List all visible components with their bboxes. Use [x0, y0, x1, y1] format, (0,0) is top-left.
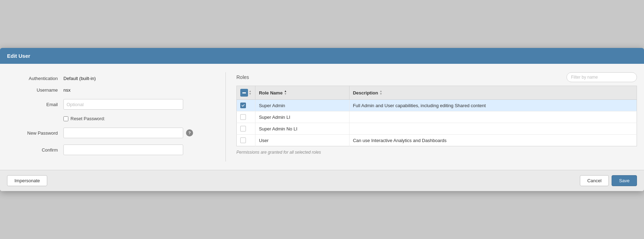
authentication-label: Authentication [7, 76, 63, 81]
description-header[interactable]: Description ▲ ▼ [349, 86, 637, 100]
description-cell [349, 111, 637, 123]
role-name-cell: Super Admin No LI [255, 123, 349, 135]
email-input[interactable] [63, 99, 183, 110]
new-password-label: New Password [7, 130, 63, 136]
reset-password-row: Reset Password: [7, 116, 204, 121]
description-sort-icon: ▲ ▼ [379, 90, 382, 96]
role-name-header-label: Role Name [259, 90, 283, 96]
username-label: Username [7, 87, 63, 93]
authentication-row: Authentication Default (built-in) [7, 76, 204, 81]
footer-right: Cancel Save [580, 175, 637, 186]
role-name-cell: User [255, 135, 349, 146]
role-name-header[interactable]: Role Name ▲ ▼ [255, 86, 349, 100]
reset-password-checkbox[interactable] [63, 116, 68, 121]
confirm-row: Confirm [7, 145, 204, 155]
modal-body: Authentication Default (built-in) Userna… [0, 64, 644, 170]
description-header-label: Description [353, 90, 378, 96]
help-icon[interactable]: ? [186, 129, 193, 136]
row-checkbox-checked[interactable] [240, 103, 246, 108]
select-sort-icon: ▲ ▼ [249, 90, 252, 96]
role-name-sort-icon: ▲ ▼ [284, 90, 287, 96]
email-label: Email [7, 102, 63, 107]
username-row: Username nsx [7, 87, 204, 93]
row-checkbox-cell[interactable] [237, 135, 255, 146]
cancel-button[interactable]: Cancel [580, 175, 609, 186]
save-button[interactable]: Save [612, 175, 637, 186]
table-row: Super AdminFull Admin and User capabilit… [237, 100, 637, 111]
select-all-button[interactable] [240, 89, 248, 97]
table-row: UserCan use Interactive Analytics and Da… [237, 135, 637, 146]
modal-title: Edit User [7, 53, 30, 59]
impersonate-button[interactable]: Impersonate [7, 175, 47, 186]
permissions-note: Permissions are granted for all selected… [236, 150, 637, 155]
row-checkbox-cell[interactable] [237, 100, 255, 111]
authentication-value: Default (built-in) [63, 76, 96, 81]
reset-password-checkbox-label[interactable]: Reset Password: [63, 116, 105, 121]
email-row: Email [7, 99, 204, 110]
filter-input[interactable] [566, 72, 637, 82]
roles-title: Roles [236, 74, 249, 80]
reset-password-label: Reset Password: [70, 116, 105, 121]
row-checkbox-cell[interactable] [237, 111, 255, 123]
table-row: Super Admin No LI [237, 123, 637, 135]
table-row: Super Admin LI [237, 111, 637, 123]
description-cell: Can use Interactive Analytics and Dashbo… [349, 135, 637, 146]
new-password-row: New Password ? [7, 128, 204, 138]
modal-footer: Impersonate Cancel Save [0, 170, 644, 191]
role-name-cell: Super Admin LI [255, 111, 349, 123]
table-header-row: ▲ ▼ Role Name ▲ ▼ [237, 86, 637, 100]
row-checkbox-unchecked[interactable] [240, 137, 246, 143]
edit-user-modal: Edit User Authentication Default (built-… [0, 48, 644, 191]
select-all-header[interactable]: ▲ ▼ [237, 86, 255, 100]
right-panel: Roles ▲ ▼ [233, 72, 637, 161]
confirm-label: Confirm [7, 147, 63, 153]
username-value: nsx [63, 87, 70, 93]
panel-divider [225, 72, 226, 161]
row-checkbox-unchecked[interactable] [240, 126, 246, 131]
roles-header: Roles [236, 72, 637, 82]
modal-header: Edit User [0, 48, 644, 64]
confirm-input[interactable] [63, 145, 183, 155]
role-name-cell: Super Admin [255, 100, 349, 111]
left-panel: Authentication Default (built-in) Userna… [7, 72, 218, 161]
description-cell: Full Admin and User capabilities, includ… [349, 100, 637, 111]
row-checkbox-unchecked[interactable] [240, 114, 246, 120]
description-cell [349, 123, 637, 135]
row-checkbox-cell[interactable] [237, 123, 255, 135]
roles-table: ▲ ▼ Role Name ▲ ▼ [236, 86, 637, 146]
new-password-input[interactable] [63, 128, 183, 138]
